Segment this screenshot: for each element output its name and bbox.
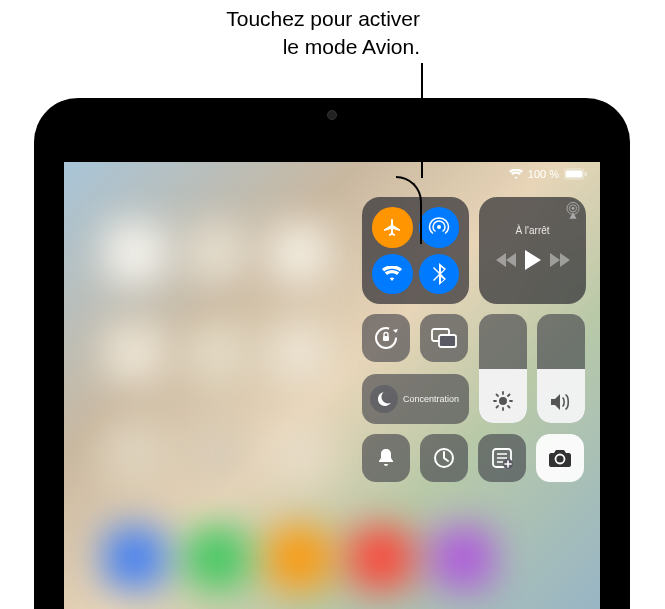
battery-status-icon (564, 168, 588, 180)
svg-rect-8 (383, 336, 389, 341)
focus-toggle[interactable]: Concentration (362, 374, 469, 424)
volume-slider[interactable] (537, 314, 585, 423)
camera-button[interactable] (536, 434, 584, 482)
media-module[interactable]: À l'arrêt (479, 197, 586, 304)
callout-line1: Touchez pour activer (226, 7, 420, 30)
previous-icon (496, 253, 516, 267)
focus-label: Concentration (403, 394, 459, 404)
quick-note-button[interactable] (478, 434, 526, 482)
svg-line-19 (508, 395, 510, 397)
battery-percentage: 100 % (528, 168, 559, 180)
volume-icon (550, 393, 572, 411)
svg-point-6 (572, 207, 575, 210)
media-next-button[interactable] (550, 253, 570, 267)
brightness-slider[interactable] (479, 314, 527, 423)
screen-mirroring-icon (431, 328, 457, 348)
svg-point-3 (437, 225, 441, 229)
svg-rect-1 (566, 171, 583, 178)
ipad-frame: 100 % (34, 98, 630, 609)
airplay-icon[interactable] (563, 201, 583, 219)
wifi-status-icon (509, 169, 523, 180)
orientation-lock-toggle[interactable] (362, 314, 410, 362)
moon-icon (376, 391, 392, 407)
svg-rect-10 (439, 335, 456, 347)
bluetooth-icon (432, 263, 446, 285)
wifi-icon (382, 266, 402, 282)
ipad-screen: 100 % (64, 162, 600, 609)
timer-button[interactable] (420, 434, 468, 482)
svg-line-18 (497, 406, 499, 408)
camera-icon (548, 448, 572, 468)
svg-line-17 (508, 406, 510, 408)
callout-pointer (421, 63, 423, 178)
note-icon (491, 447, 513, 469)
svg-rect-2 (585, 172, 587, 176)
screen-mirroring-button[interactable] (420, 314, 468, 362)
media-play-button[interactable] (525, 250, 541, 270)
airdrop-icon (428, 216, 450, 238)
svg-line-16 (497, 395, 499, 397)
bell-icon (376, 447, 396, 469)
media-status-label: À l'arrêt (487, 225, 578, 236)
media-previous-button[interactable] (496, 253, 516, 267)
callout-text: Touchez pour activer le mode Avion. (120, 5, 420, 62)
timer-icon (433, 447, 455, 469)
callout-line2: le mode Avion. (283, 35, 420, 58)
bluetooth-toggle[interactable] (419, 254, 460, 295)
status-bar: 100 % (509, 168, 588, 180)
play-icon (525, 250, 541, 270)
wifi-toggle[interactable] (372, 254, 413, 295)
front-camera (327, 110, 337, 120)
silent-mode-toggle[interactable] (362, 434, 410, 482)
brightness-icon (493, 391, 513, 411)
rotation-lock-icon (373, 325, 399, 351)
next-icon (550, 253, 570, 267)
svg-point-11 (499, 397, 507, 405)
airdrop-toggle[interactable] (419, 207, 460, 248)
